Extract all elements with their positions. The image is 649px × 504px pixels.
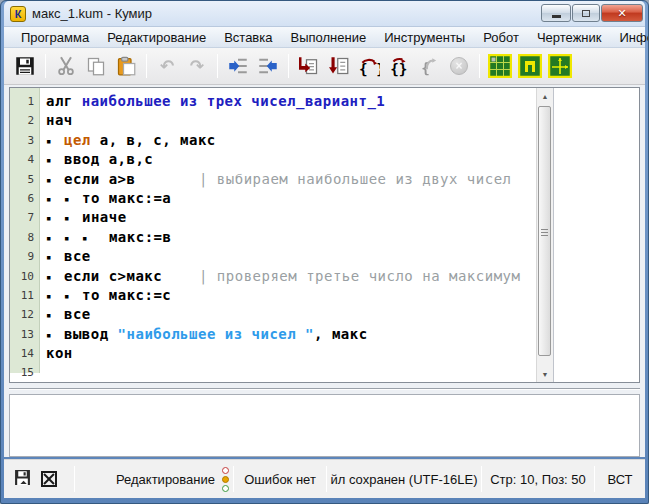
indent-bullet-icon: ▪	[46, 209, 64, 228]
indent-bullet-icon: ▪	[64, 190, 82, 209]
line-number: 4	[10, 150, 40, 169]
save-icon[interactable]	[11, 52, 39, 80]
code-line: ▪вывод "наибольшее из чисел ", макс	[46, 325, 536, 344]
code-comment: | проверяем третье число на максимум	[199, 267, 520, 286]
code-line: ▪ввод а,в,с	[46, 150, 536, 169]
editor-vertical-scrollbar[interactable]: ▲ ▼	[536, 88, 553, 382]
file-saved-icon	[14, 469, 31, 489]
indent-bullet-icon: ▪	[46, 171, 64, 190]
titlebar[interactable]: К макс_1.kum - Кумир ✕	[4, 1, 645, 27]
menu-item-редактирование[interactable]: Редактирование	[98, 28, 215, 47]
code-line: ▪если с>макс| проверяем третье число на …	[46, 267, 536, 286]
menu-item-робот[interactable]: Робот	[474, 28, 528, 47]
code-line: ▪если а>в| выбираем наибольшее из двух ч…	[46, 170, 536, 189]
code-line: ▪все	[46, 247, 536, 266]
app-icon: К	[10, 6, 26, 22]
code-line: ▪▪иначе	[46, 208, 536, 227]
mode-label: Редактирование	[116, 472, 215, 487]
statusbar-icons	[4, 469, 74, 489]
indent-bullet-icon: ▪	[64, 209, 82, 228]
line-number: 12	[10, 305, 40, 324]
code-line: алг наибольшее из трех чисел_вариант_1	[46, 92, 536, 111]
code-line: ▪цел а, в, с, макс	[46, 131, 536, 150]
code-line: нач	[46, 111, 536, 130]
indent-bullet-icon: ▪	[46, 229, 64, 248]
app-window: К макс_1.kum - Кумир ✕ ПрограммаРедактир…	[0, 0, 649, 504]
line-number: 9	[10, 247, 40, 266]
line-number: 11	[10, 286, 40, 305]
run-step-into-icon: {	[415, 52, 443, 80]
errors-status-label: Ошибок нет	[234, 472, 326, 487]
close-button[interactable]: ✕	[601, 4, 643, 22]
copy-icon[interactable]	[82, 52, 110, 80]
editor-margin-panel	[553, 88, 639, 382]
code-line: ▪▪то макс:=а	[46, 189, 536, 208]
toolbar-separator	[288, 54, 289, 78]
scrollbar-grip-icon	[541, 227, 548, 238]
line-number: 13	[10, 325, 40, 344]
horizontal-splitter[interactable]	[9, 388, 640, 390]
scroll-up-arrow-icon[interactable]: ▲	[537, 88, 553, 104]
paste-icon[interactable]	[112, 52, 140, 80]
unindent-icon[interactable]	[254, 52, 282, 80]
line-number: 2	[10, 111, 40, 130]
line-number: 10	[10, 267, 40, 286]
menu-item-инструменты[interactable]: Инструменты	[375, 28, 474, 47]
indent-bullet-icon: ▪	[82, 229, 100, 248]
robot-field-icon[interactable]	[486, 52, 514, 80]
code-line	[46, 363, 536, 382]
menu-item-инфо[interactable]: Инфо	[610, 28, 649, 47]
indent-bullet-icon: ▪	[46, 326, 64, 345]
scrollbar-thumb[interactable]	[538, 106, 551, 356]
menu-item-выполнение[interactable]: Выполнение	[281, 28, 375, 47]
cut-icon[interactable]	[52, 52, 80, 80]
indent-bullet-icon: ▪	[46, 132, 64, 151]
menu-item-чертежник[interactable]: Чертежник	[528, 28, 611, 47]
statusbar: Редактирование Ошибок нет йл сохранен (U…	[4, 459, 645, 498]
indent-bullet-icon: ▪	[46, 287, 64, 306]
indent-bullet-icon: ▪	[46, 306, 64, 325]
indent-bullet-icon: ▪	[46, 190, 64, 209]
indent-bullet-icon: ▪	[46, 151, 64, 170]
scroll-down-arrow-icon[interactable]: ▼	[537, 366, 553, 382]
statusbar-mode-section: Редактирование	[75, 467, 233, 492]
insert-output-icon[interactable]	[325, 52, 353, 80]
menubar: ПрограммаРедактированиеВставкаВыполнение…	[4, 27, 645, 48]
line-number: 15	[10, 363, 40, 382]
line-number: 7	[10, 208, 40, 227]
run-step-over-icon[interactable]: { }	[355, 52, 383, 80]
code-comment: | выбираем наибольшее из двух чисел	[199, 170, 512, 189]
file-saved-status-label: йл сохранен (UTF-16LE)	[327, 472, 481, 487]
indent-bullet-icon: ▪	[46, 248, 64, 267]
maximize-button[interactable]	[572, 4, 600, 22]
workspace: 123456789101112131415 алг наибольшее из …	[4, 85, 645, 457]
line-number: 5	[10, 170, 40, 189]
toolbar-separator	[146, 54, 147, 78]
io-console-panel[interactable]	[9, 394, 640, 457]
indent-bullet-icon: ▪	[64, 287, 82, 306]
robot-window-icon[interactable]	[516, 52, 544, 80]
traffic-light-icon	[222, 467, 229, 492]
editor-frame: 123456789101112131415 алг наибольшее из …	[9, 87, 640, 383]
menu-item-вставка[interactable]: Вставка	[215, 28, 281, 47]
toolbar: ↶↷{ }{}{×	[4, 48, 645, 85]
code-line: ▪▪▪ макс:=в	[46, 228, 536, 247]
code-editor[interactable]: алг наибольшее из трех чисел_вариант_1на…	[40, 88, 536, 382]
code-line: ▪▪то макс:=с	[46, 286, 536, 305]
menu-item-программа[interactable]: Программа	[12, 28, 98, 47]
line-number: 1	[10, 92, 40, 111]
indent-bullet-icon: ▪	[46, 268, 64, 287]
insert-input-icon[interactable]	[295, 52, 323, 80]
window-title: макс_1.kum - Кумир	[32, 6, 540, 21]
code-line: ▪все	[46, 305, 536, 324]
minimize-button[interactable]	[541, 4, 571, 22]
line-number: 14	[10, 344, 40, 363]
stop-icon: ×	[445, 52, 473, 80]
line-number: 3	[10, 131, 40, 150]
toolbar-separator	[45, 54, 46, 78]
drawer-window-icon[interactable]	[546, 52, 574, 80]
indent-bullet-icon: ▪	[64, 229, 82, 248]
indent-icon[interactable]	[224, 52, 252, 80]
run-step-out-icon[interactable]: {}	[385, 52, 413, 80]
code-line: кон	[46, 344, 536, 363]
